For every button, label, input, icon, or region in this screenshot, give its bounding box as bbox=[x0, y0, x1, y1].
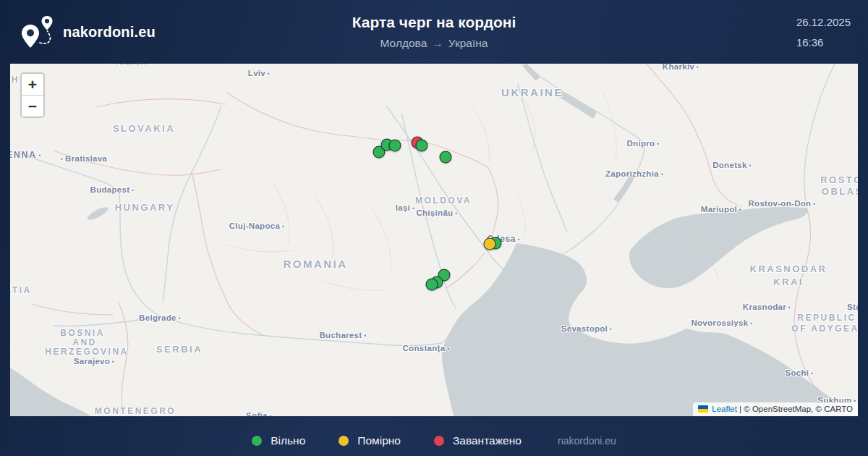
city-dot-icon: ▪ bbox=[39, 152, 42, 159]
city-label-dnipro: Dnipro▪ bbox=[627, 139, 660, 148]
city-label-belgrade: Belgrade▪ bbox=[139, 313, 181, 322]
country-label-hungary: HUNGARY bbox=[115, 202, 175, 213]
route-arrow-icon: → bbox=[427, 37, 448, 49]
border-crossing-marker-free[interactable] bbox=[389, 140, 401, 152]
city-name: Lviv bbox=[248, 69, 265, 77]
city-name: Bratislava bbox=[65, 154, 107, 163]
city-dot-icon: ▪ bbox=[455, 210, 457, 216]
brand[interactable]: nakordoni.eu bbox=[20, 15, 156, 48]
page-title: Карта черг на кордоні bbox=[352, 14, 516, 31]
city-name: Novorossiysk bbox=[691, 318, 748, 327]
time-label: 16:36 bbox=[796, 33, 851, 53]
ukraine-flag-icon bbox=[698, 405, 708, 413]
city-label-sochi: Sochi▪ bbox=[786, 368, 814, 377]
city-label-sofia: Sofia▪ bbox=[246, 411, 272, 416]
city-dot-icon: ▪ bbox=[112, 358, 114, 365]
date-label: 26.12.2025 bbox=[796, 12, 851, 33]
zoom-in-button[interactable]: + bbox=[22, 74, 43, 96]
city-dot-icon: ▪ bbox=[661, 171, 663, 177]
country-label-rostov: ROSTOV bbox=[820, 174, 858, 185]
footer-brand: nakordoni.eu bbox=[558, 435, 616, 447]
city-name: Cluj-Napoca bbox=[229, 221, 280, 230]
datetime-block: 26.12.2025 16:36 bbox=[796, 12, 851, 53]
country-label-ukraine: UKRAINE bbox=[501, 86, 563, 98]
attribution-separator: | bbox=[737, 405, 744, 413]
country-label-romania: ROMANIA bbox=[283, 258, 347, 270]
country-label-of-adygea: OF ADYGEA bbox=[791, 324, 858, 334]
city-dot-icon: ▪ bbox=[282, 223, 284, 229]
country-label-krai: KRAI bbox=[773, 276, 804, 287]
route-to: Україна bbox=[448, 37, 488, 49]
carto-link[interactable]: © CARTO bbox=[815, 405, 853, 413]
border-crossing-marker-free[interactable] bbox=[440, 151, 452, 164]
city-name: VIENNA bbox=[10, 150, 37, 160]
city-dot-icon: ▪ bbox=[61, 156, 63, 162]
city-dot-icon: ▪ bbox=[518, 236, 520, 242]
legend-item-free: Вільно bbox=[252, 434, 305, 447]
brand-name: nakordoni.eu bbox=[63, 24, 156, 41]
legend-item-moderate: Помірно bbox=[339, 434, 401, 447]
city-dot-icon: ▪ bbox=[412, 205, 414, 211]
city-dot-icon: ▪ bbox=[739, 206, 741, 213]
legend-dot-free-icon bbox=[252, 436, 262, 446]
city-dot-icon: ▪ bbox=[268, 70, 270, 77]
city-dot-icon: ▪ bbox=[788, 304, 791, 311]
zoom-out-button[interactable]: − bbox=[22, 96, 43, 117]
openstreetmap-link[interactable]: © OpenStreetMap bbox=[744, 405, 811, 413]
city-name: Kraków bbox=[116, 64, 147, 66]
border-crossing-marker-moderate[interactable] bbox=[484, 238, 496, 250]
city-dot-icon: ▪ bbox=[179, 315, 181, 321]
city-name: Sarajevo bbox=[74, 357, 110, 366]
adriatic-sea-shape bbox=[10, 368, 91, 416]
city-label-rostov-on-don: Rostov-on-Don▪ bbox=[748, 199, 815, 208]
legend-item-busy: Завантажено bbox=[434, 434, 522, 447]
city-label-sevastopol: Sevastopol▪ bbox=[561, 324, 613, 333]
country-label-czech: CZECH bbox=[10, 75, 20, 85]
city-name: Mariupol bbox=[701, 205, 737, 214]
leaflet-link[interactable]: Leaflet bbox=[712, 405, 737, 413]
city-name: Rostov-on-Don bbox=[748, 199, 811, 208]
city-name: Kharkiv bbox=[663, 64, 694, 71]
border-crossing-marker-free[interactable] bbox=[416, 140, 428, 152]
country-label-slovakia: SLOVAKIA bbox=[113, 123, 175, 134]
city-name: Chișinău bbox=[416, 208, 453, 217]
city-name: Sevastopol bbox=[561, 324, 608, 333]
route-subtitle: Молдова→Україна bbox=[380, 37, 488, 50]
city-label-vienna: VIENNA▪ bbox=[10, 150, 42, 160]
city-label-novorossiysk: Novorossiysk▪ bbox=[691, 318, 752, 327]
city-dot-icon: ▪ bbox=[657, 140, 659, 147]
city-name: Zaporizhzhia bbox=[605, 169, 659, 178]
city-label-bratislava: ▪Bratislava bbox=[61, 154, 107, 163]
city-label-zaporizhzhia: Zaporizhzhia▪ bbox=[605, 169, 663, 178]
country-label-herzegovina: HERZEGOVINA bbox=[45, 347, 129, 357]
city-label-donetsk: Donetsk▪ bbox=[712, 161, 752, 169]
city-label-cluj-napoca: Cluj-Napoca▪ bbox=[229, 221, 285, 230]
map[interactable]: UKRAINESLOVAKIAHUNGARYROMANIASERBIAMOLDO… bbox=[10, 64, 858, 416]
city-dot-icon: ▪ bbox=[610, 326, 612, 332]
city-label-lviv: Lviv▪ bbox=[248, 69, 270, 77]
legend-label-moderate: Помірно bbox=[357, 434, 401, 447]
legend-label-busy: Завантажено bbox=[453, 434, 522, 447]
city-name: Constanța bbox=[402, 344, 445, 352]
nakordoni-logo-pins-icon bbox=[20, 15, 54, 48]
map-attribution: Leaflet | © OpenStreetMap, © CARTO bbox=[693, 402, 858, 416]
city-dot-icon: ▪ bbox=[697, 64, 699, 70]
header: nakordoni.eu Карта черг на кордоні Молдо… bbox=[0, 0, 868, 64]
country-label-serbia: SERBIA bbox=[156, 344, 203, 355]
city-dot-icon: ▪ bbox=[750, 320, 752, 326]
city-name: Sofia bbox=[246, 411, 268, 416]
country-borders bbox=[32, 64, 817, 412]
city-name: Bucharest bbox=[319, 331, 362, 339]
country-label-austria: AUSTRIA bbox=[10, 250, 11, 261]
country-label-oblast: OBLAST bbox=[822, 186, 858, 197]
city-dot-icon: ▪ bbox=[813, 200, 815, 207]
legend-dot-moderate-icon bbox=[339, 436, 349, 446]
country-label-montenegro: MONTENEGRO bbox=[95, 406, 176, 416]
city-dot-icon: ▪ bbox=[132, 187, 134, 193]
city-label-ia-i: Iași▪ bbox=[396, 203, 415, 212]
map-zoom-control: + − bbox=[20, 72, 45, 118]
city-name: Budapest bbox=[90, 185, 130, 194]
border-crossing-marker-free[interactable] bbox=[426, 279, 438, 291]
city-name: Sochi bbox=[786, 368, 809, 377]
city-name: Krasnodar bbox=[743, 303, 786, 311]
